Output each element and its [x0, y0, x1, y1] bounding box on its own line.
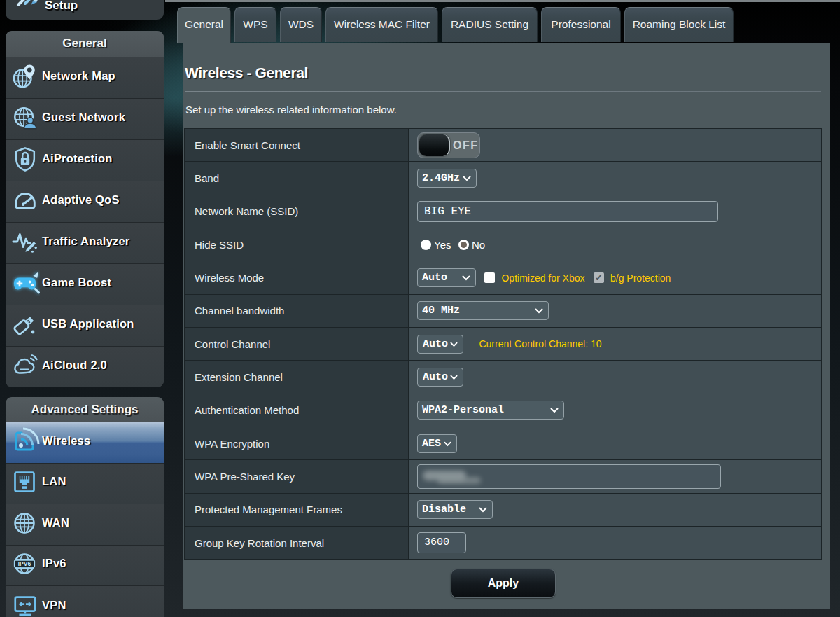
svg-text:IPV6: IPV6 [18, 561, 31, 568]
